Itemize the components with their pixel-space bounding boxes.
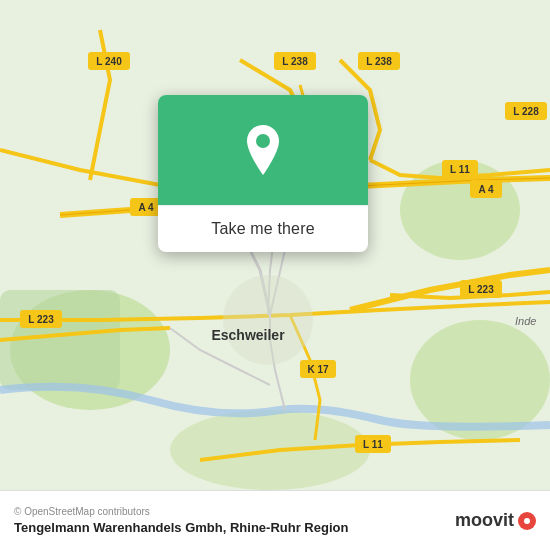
- bottom-left-section: © OpenStreetMap contributors Tengelmann …: [14, 506, 348, 535]
- svg-text:A 4: A 4: [478, 184, 494, 195]
- svg-text:L 11: L 11: [363, 439, 383, 450]
- location-popup: Take me there: [158, 95, 368, 252]
- map-container: L 240 L 238 L 238 K 33 L 11 L 228 A 4 A …: [0, 0, 550, 550]
- location-pin-icon: [241, 123, 285, 177]
- copyright-text: © OpenStreetMap contributors: [14, 506, 348, 517]
- moovit-brand-text: moovit: [455, 510, 514, 531]
- svg-point-6: [223, 275, 313, 365]
- bottom-bar: © OpenStreetMap contributors Tengelmann …: [0, 490, 550, 550]
- svg-text:L 223: L 223: [468, 284, 494, 295]
- svg-text:L 223: L 223: [28, 314, 54, 325]
- moovit-dot-icon: [518, 512, 536, 530]
- location-name: Tengelmann Warenhandels Gmbh, Rhine-Ruhr…: [14, 520, 348, 535]
- moovit-logo: moovit: [455, 510, 536, 531]
- popup-button-section: Take me there: [158, 205, 368, 252]
- svg-point-33: [256, 134, 270, 148]
- popup-map-preview: [158, 95, 368, 205]
- map-background: L 240 L 238 L 238 K 33 L 11 L 228 A 4 A …: [0, 0, 550, 550]
- svg-text:Eschweiler: Eschweiler: [211, 327, 285, 343]
- svg-text:L 238: L 238: [366, 56, 392, 67]
- svg-text:Inde: Inde: [515, 315, 536, 327]
- take-me-there-button[interactable]: Take me there: [211, 220, 314, 238]
- svg-text:L 11: L 11: [450, 164, 470, 175]
- svg-text:L 228: L 228: [513, 106, 539, 117]
- svg-text:A 4: A 4: [138, 202, 154, 213]
- svg-text:L 240: L 240: [96, 56, 122, 67]
- svg-text:L 238: L 238: [282, 56, 308, 67]
- svg-text:K 17: K 17: [307, 364, 329, 375]
